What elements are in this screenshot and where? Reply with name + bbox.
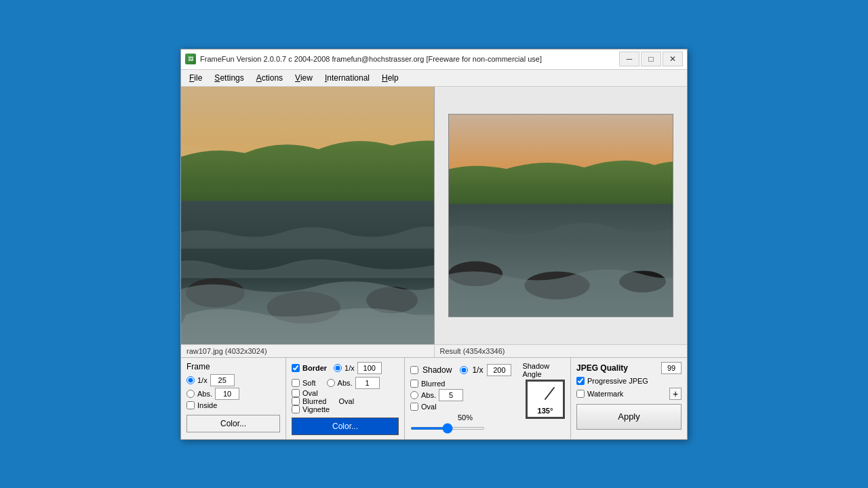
watermark-plus-button[interactable]: + [669,388,682,400]
shadow-abs-label: Abs. [421,391,436,399]
status-left: raw107.jpg (4032x3024) [181,345,435,357]
border-1x-label: 1/x [344,364,355,372]
shadow-cols: Blurred Abs. Oval 50% [410,380,565,432]
shadow-left-col: Blurred Abs. Oval 50% [410,380,520,432]
border-soft-checkbox[interactable] [292,379,300,387]
progressive-label: Progressive JPEG [587,377,648,385]
shadow-slider[interactable] [410,427,485,430]
shadow-oval-row: Oval [410,403,520,411]
border-soft-row: Soft Abs. [292,377,399,389]
preview-right [435,87,688,344]
border-check-label: Border [302,364,327,372]
angle-value: 135° [538,407,553,415]
shadow-blurred-label: Blurred [421,380,445,388]
menu-view[interactable]: View [290,71,318,85]
border-vignette-row: Vignette [292,405,399,413]
shadow-blurred-row: Blurred [410,380,520,388]
shadow-right-col: 135° [526,380,565,432]
jpeg-quality-input[interactable] [661,362,682,374]
shadow-angle-visual[interactable]: 135° [526,380,565,419]
jpeg-quality-row: JPEG Quality [576,362,682,374]
minimize-button[interactable]: ─ [619,52,639,66]
frame-abs-input[interactable] [215,388,239,400]
shadow-percent: 50% [410,413,520,422]
watermark-checkbox[interactable] [576,390,585,398]
border-check-row: Border 1/x [292,362,399,374]
border-color-button[interactable]: Color... [292,418,399,435]
jpeg-section: JPEG Quality Progressive JPEG Watermark … [571,358,687,439]
status-row: raw107.jpg (4032x3024) Result (4354x3346… [181,344,687,357]
menu-help[interactable]: Help [376,71,404,85]
frame-radio-group: 1/x Abs. Inside [186,374,280,409]
shadow-abs-row: Abs. [410,389,520,401]
border-blurred-checkbox[interactable] [292,397,300,405]
menu-international[interactable]: International [319,71,375,85]
original-scene-svg [181,87,434,344]
shadow-1x-input[interactable] [487,364,511,376]
frame-abs-row: Abs. [186,388,280,400]
window-title: FrameFun Version 2.0.0.7 c 2004-2008 fra… [200,55,542,63]
shadow-1x-radio[interactable] [460,366,468,374]
maximize-button[interactable]: □ [641,52,661,66]
status-right: Result (4354x3346) [435,345,688,357]
menu-bar: File Settings Actions View International… [181,70,687,87]
frame-label: Frame [186,362,280,371]
shadow-section: Shadow 1/x Shadow Angle Blurred Abs. [405,358,571,439]
border-vignette-label: Vignette [302,405,330,413]
title-bar-buttons: ─ □ ✕ [619,52,683,66]
border-vignette-checkbox[interactable] [292,405,300,413]
shadow-blurred-checkbox[interactable] [410,380,418,388]
frame-inside-checkbox[interactable] [186,401,195,409]
border-1x-radio[interactable] [334,364,342,372]
shadow-header-row: Shadow 1/x Shadow Angle [410,362,565,378]
frame-color-button[interactable]: Color... [186,415,280,432]
border-soft-label: Soft [302,379,316,387]
frame-1x-label: 1/x [197,376,208,384]
shadow-checkbox[interactable] [410,366,418,374]
border-oval-label: Oval [302,389,318,397]
menu-file[interactable]: File [184,71,208,85]
result-image [448,114,674,317]
menu-settings[interactable]: Settings [209,71,249,85]
jpeg-quality-label: JPEG Quality [576,363,628,373]
main-content [181,87,687,344]
progressive-checkbox[interactable] [576,377,585,385]
border-oval-checkbox[interactable] [292,389,300,397]
border-oval-row: Oval [292,389,399,397]
watermark-row: Watermark + [576,388,682,400]
shadow-1x-label: 1/x [472,365,483,375]
preview-left [181,87,435,344]
title-bar-left: 🖼 FrameFun Version 2.0.0.7 c 2004-2008 f… [185,54,542,64]
frame-abs-label: Abs. [197,390,212,398]
frame-section: Frame 1/x Abs. Inside Color... [181,358,286,439]
watermark-check-row: Watermark [576,390,623,398]
border-abs-label: Abs. [338,379,353,387]
main-window: 🖼 FrameFun Version 2.0.0.7 c 2004-2008 f… [180,49,688,440]
frame-1x-input[interactable] [210,374,235,386]
frame-abs-radio[interactable] [186,390,195,398]
shadow-abs-radio[interactable] [410,391,418,399]
border-1x-input[interactable] [357,362,382,374]
border-blurred-row: Blurred Oval [292,397,399,405]
shadow-oval-label: Oval [421,403,437,411]
original-image [181,87,434,344]
border-checkbox[interactable] [292,364,300,372]
frame-1x-row: 1/x [186,374,280,386]
border-abs-input[interactable] [355,377,380,389]
close-button[interactable]: ✕ [663,52,683,66]
shadow-oval-checkbox[interactable] [410,403,418,411]
watermark-label: Watermark [587,390,623,398]
menu-actions[interactable]: Actions [251,71,288,85]
title-bar: 🖼 FrameFun Version 2.0.0.7 c 2004-2008 f… [181,49,687,70]
shadow-angle-title: Shadow Angle [522,362,565,378]
border-blurred-label: Blurred [302,397,326,405]
frame-inside-label: Inside [197,401,217,409]
shadow-abs-input[interactable] [439,389,463,401]
apply-button[interactable]: Apply [576,404,682,430]
controls-area: Frame 1/x Abs. Inside Color... [181,357,687,439]
border-abs-radio[interactable] [327,379,335,387]
border-oval2-label: Oval [338,397,354,405]
frame-1x-radio[interactable] [186,376,195,384]
border-section: Border 1/x Soft Abs. Oval Blurred Oval [286,358,405,439]
result-scene-svg [449,115,673,317]
